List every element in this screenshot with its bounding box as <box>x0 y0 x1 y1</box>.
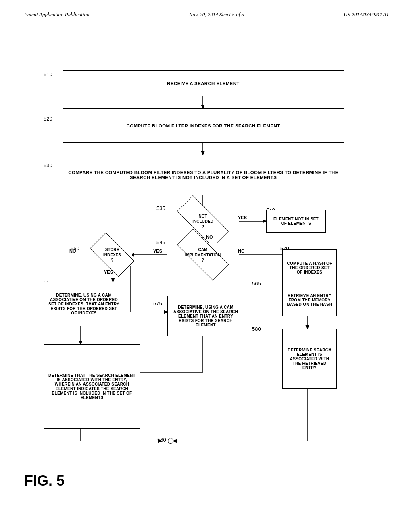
fig-label: FIG. 5 <box>24 472 65 489</box>
box-540-text: ELEMENT NOT IN SET OF ELEMENTS <box>271 217 321 226</box>
box-530: COMPARE THE COMPUTED BLOOM FILTER INDEXE… <box>63 155 344 195</box>
header: Patent Application Publication Nov. 20, … <box>0 0 413 22</box>
header-left: Patent Application Publication <box>24 11 90 18</box>
label-520: 520 <box>44 116 52 122</box>
diamond-535: NOTINCLUDED? <box>177 210 228 233</box>
box-565-text: RETRIEVE AN ENTRY FROM THE MEMORY BASED … <box>287 293 332 307</box>
no-535: NO <box>206 235 213 239</box>
label-530: 530 <box>44 162 52 168</box>
label-535: 535 <box>156 205 165 211</box>
label-510: 510 <box>44 71 52 77</box>
box-540: ELEMENT NOT IN SET OF ELEMENTS <box>266 210 326 233</box>
diagram-area: 510 RECEIVE A SEARCH ELEMENT 520 COMPUTE… <box>0 22 413 497</box>
box-555-text: DETERMINE, USING A CAM ASSOCIATIVE ON TH… <box>48 293 120 315</box>
diamond-545: CAMIMPLEMENTATION? <box>177 243 228 266</box>
label-565: 565 <box>252 281 261 287</box>
diamond-550-text: STOREINDEXES? <box>103 247 121 263</box>
box-555: DETERMINE, USING A CAM ASSOCIATIVE ON TH… <box>44 282 124 326</box>
header-right: US 2014/0344934 A1 <box>344 11 389 18</box>
yes-550: YES <box>104 270 113 274</box>
box-bottom: DETERMINE THAT THE SEARCH ELEMENT IS ASS… <box>44 344 140 429</box>
box-bottom-text: DETERMINE THAT THE SEARCH ELEMENT IS ASS… <box>48 373 136 400</box>
box-580: DETERMINE SEARCH ELEMENT IS ASSOCIATED W… <box>282 329 337 389</box>
no-545: NO <box>238 249 245 254</box>
box-530-text: COMPARE THE COMPUTED BLOOM FILTER INDEXE… <box>67 170 340 180</box>
convergence-560 <box>168 438 173 444</box>
diamond-545-text: CAMIMPLEMENTATION? <box>185 247 221 263</box>
label-580: 580 <box>252 326 261 332</box>
diamond-550: STOREINDEXES? <box>92 243 132 266</box>
box-570-text: COMPUTE A HASH OF THE ORDERED SET OF IND… <box>287 261 332 274</box>
box-510: RECEIVE A SEARCH ELEMENT <box>63 70 344 96</box>
box-580-text: DETERMINE SEARCH ELEMENT IS ASSOCIATED W… <box>287 348 332 370</box>
box-570: COMPUTE A HASH OF THE ORDERED SET OF IND… <box>282 249 337 286</box>
box-510-text: RECEIVE A SEARCH ELEMENT <box>167 81 239 86</box>
no-550: NO <box>69 249 76 254</box>
box-575: DETERMINE, USING A CAM ASSOCIATIVE ON TH… <box>167 296 244 336</box>
box-520-text: COMPUTE BLOOM FILTER INDEXES FOR THE SEA… <box>127 123 280 128</box>
yes-545: YES <box>153 249 162 254</box>
label-560: 560 <box>157 437 166 443</box>
label-545: 545 <box>156 239 165 245</box>
yes-535: YES <box>238 215 247 220</box>
box-575-text: DETERMINE, USING A CAM ASSOCIATIVE ON TH… <box>172 305 240 327</box>
label-575: 575 <box>153 301 162 307</box>
box-565: RETRIEVE AN ENTRY FROM THE MEMORY BASED … <box>282 284 337 316</box>
diamond-535-text: NOTINCLUDED? <box>192 214 213 229</box>
header-middle: Nov. 20, 2014 Sheet 5 of 5 <box>189 11 244 18</box>
box-520: COMPUTE BLOOM FILTER INDEXES FOR THE SEA… <box>63 108 344 143</box>
